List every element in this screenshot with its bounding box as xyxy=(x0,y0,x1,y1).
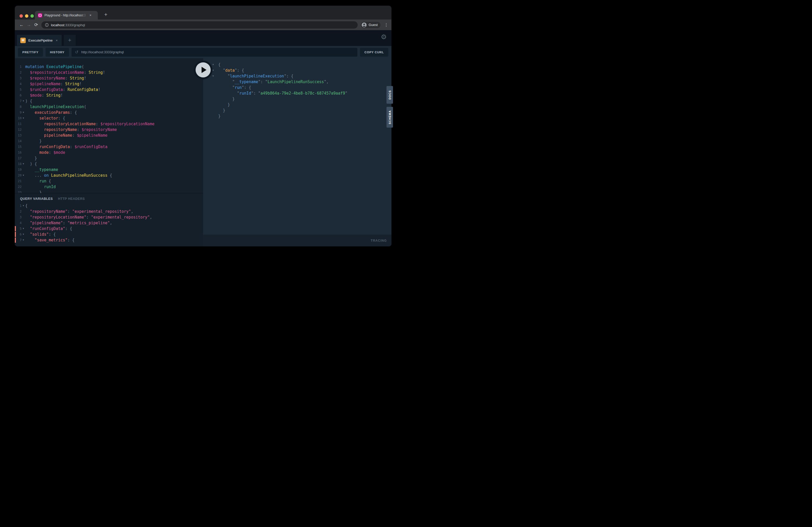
fold-arrow-icon[interactable]: ▼ xyxy=(213,62,218,67)
line-number: 22 xyxy=(15,184,21,190)
fold-arrow-icon[interactable]: ▼ xyxy=(21,98,25,104)
line-number: 7 xyxy=(15,98,21,104)
line-number: 10 xyxy=(15,115,21,121)
address-bar[interactable]: localhost:3333/graphql xyxy=(41,21,358,29)
tab-http-headers[interactable]: HTTP HEADERS xyxy=(58,197,85,201)
tab-close-icon[interactable]: × xyxy=(89,13,91,17)
browser-tab[interactable]: Playground - http://localhost:3 × xyxy=(35,11,98,19)
variables-pane: QUERY VARIABLES HTTP HEADERS 1▼{2 "repos… xyxy=(15,193,203,246)
token-pun: : xyxy=(70,145,75,149)
code-text: "__typename": "LaunchPipelineRunSuccess"… xyxy=(218,79,391,85)
execute-button[interactable] xyxy=(194,61,213,79)
fold-spacer xyxy=(213,85,218,90)
reload-icon[interactable]: ⟳ xyxy=(32,22,40,28)
fold-spacer xyxy=(21,184,25,190)
fold-arrow-icon[interactable]: ▼ xyxy=(21,172,25,178)
code-text: "save_metrics": { xyxy=(25,237,203,243)
token-pun: } xyxy=(25,190,42,193)
schema-side-tab[interactable]: SCHEMA xyxy=(387,107,393,127)
settings-gear-icon[interactable]: ⚙ xyxy=(381,33,387,41)
line-number: 9 xyxy=(15,110,21,115)
fold-spacer xyxy=(21,127,25,133)
tab-query-variables[interactable]: QUERY VARIABLES xyxy=(20,197,53,201)
forward-icon[interactable]: → xyxy=(25,22,32,28)
line-number: 2 xyxy=(15,209,21,214)
fold-spacer xyxy=(21,92,25,98)
tab-execute-pipeline[interactable]: M ExecutePipeline × xyxy=(17,35,62,46)
code-line: "__typename": "LaunchPipelineRunSuccess"… xyxy=(203,79,391,85)
maximize-window-button[interactable] xyxy=(30,14,34,18)
fold-spacer xyxy=(21,155,25,161)
token-pun: ! xyxy=(103,70,105,75)
token-sk: "save_metrics" xyxy=(25,238,68,242)
token-pun: { xyxy=(25,204,28,208)
fold-arrow-icon[interactable]: ▼ xyxy=(21,231,25,237)
code-line: 4 "pipelineName": "metrics_pipeline", xyxy=(15,220,203,226)
token-pun: : xyxy=(77,127,82,132)
browser-menu-icon[interactable]: ⋮ xyxy=(384,22,388,27)
token-prop: repositoryLocationName xyxy=(44,122,96,126)
code-text: $repositoryName: String! xyxy=(25,75,203,81)
fold-arrow-icon[interactable]: ▼ xyxy=(21,110,25,115)
token-pun: : { xyxy=(65,226,72,231)
browser-tab-strip: Playground - http://localhost:3 × + xyxy=(15,6,391,19)
token-pun: " xyxy=(218,85,235,90)
back-icon[interactable]: ← xyxy=(18,22,25,28)
code-line: 17 } xyxy=(15,155,203,161)
token-pun: ( xyxy=(82,64,84,69)
close-window-button[interactable] xyxy=(19,14,23,18)
copy-curl-button[interactable]: COPY CURL xyxy=(360,48,388,57)
code-line: 7▼) { xyxy=(15,98,203,104)
token-pun xyxy=(25,179,39,183)
code-line: } xyxy=(203,102,391,108)
token-pun xyxy=(25,81,30,86)
endpoint-input[interactable]: ↺ http://localhost:3333/graphql xyxy=(72,48,357,57)
variables-editor[interactable]: 1▼{2 "repositoryName": "experimental_rep… xyxy=(15,201,203,243)
playground-toolbar: PRETTIFY HISTORY ↺ http://localhost:3333… xyxy=(15,46,391,58)
play-icon xyxy=(202,67,206,73)
token-pun: ( xyxy=(84,104,86,109)
line-number: 6 xyxy=(15,92,21,98)
token-pun: ", xyxy=(324,79,329,84)
code-line: 6 $mode: String! xyxy=(15,92,203,98)
code-text: pipelineName: $pipelineName xyxy=(25,133,203,138)
code-line: 3 "repositoryLocationName": "experimenta… xyxy=(15,214,203,220)
token-pun xyxy=(25,184,44,189)
playground-tab-strip: M ExecutePipeline × + ⚙ xyxy=(15,30,391,46)
token-pun: } xyxy=(218,108,225,113)
new-tab-button[interactable]: + xyxy=(102,12,110,18)
fold-arrow-icon[interactable]: ▼ xyxy=(21,237,25,243)
token-pun: " xyxy=(218,91,239,96)
fold-arrow-icon[interactable]: ▼ xyxy=(21,226,25,231)
add-tab-button[interactable]: + xyxy=(64,35,76,46)
profile-button[interactable]: Guest xyxy=(360,21,381,29)
code-text: "repositoryLocationName": "experimental_… xyxy=(25,214,203,220)
prettify-button[interactable]: PRETTIFY xyxy=(18,48,43,57)
fold-arrow-icon[interactable]: ▼ xyxy=(21,115,25,121)
code-text: "runId": "a49b864a-79e2-4be8-b78c-687457… xyxy=(218,90,391,96)
tracing-footer: TRACING xyxy=(203,235,391,246)
token-pun: ) { xyxy=(25,99,32,103)
code-line: 16 mode: $mode xyxy=(15,150,203,155)
token-pun: ! xyxy=(98,87,100,92)
tracing-label[interactable]: TRACING xyxy=(371,239,387,242)
token-pun xyxy=(25,104,30,109)
token-pun: ": { xyxy=(284,74,293,78)
token-pun xyxy=(25,122,44,126)
fold-arrow-icon[interactable]: ▼ xyxy=(213,73,218,79)
query-editor[interactable]: 1mutation ExecutePipeline(2 $repositoryL… xyxy=(15,58,203,193)
history-button[interactable]: HISTORY xyxy=(45,48,69,57)
token-pun: " xyxy=(218,79,235,84)
fold-arrow-icon[interactable]: ▼ xyxy=(21,161,25,167)
minimize-window-button[interactable] xyxy=(25,14,28,18)
docs-side-tab[interactable]: DOCS xyxy=(387,86,393,104)
site-info-icon[interactable] xyxy=(45,23,49,27)
code-line: 2 $repositoryLocationName: String! xyxy=(15,70,203,75)
fold-arrow-icon[interactable]: ▼ xyxy=(21,203,25,209)
token-pun: : xyxy=(60,81,65,86)
code-text: "runConfigData": { xyxy=(25,226,203,231)
code-text: $runConfigData: RunConfigData! xyxy=(25,87,203,92)
tab-close-icon[interactable]: × xyxy=(56,39,58,42)
code-text: $pipelineName: String! xyxy=(25,81,203,87)
fold-arrow-icon[interactable]: ▼ xyxy=(213,67,218,73)
